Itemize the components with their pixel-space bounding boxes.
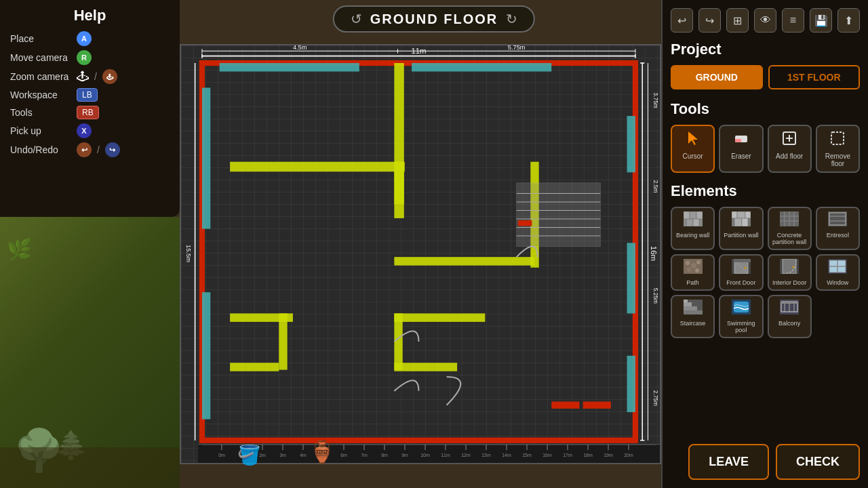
- svg-rect-199: [684, 300, 688, 302]
- svg-rect-88: [230, 363, 279, 371]
- element-window[interactable]: Window: [816, 254, 860, 291]
- svg-text:19m: 19m: [604, 453, 613, 458]
- key-undo: ↩: [77, 142, 92, 157]
- help-row-undoredo: Undo/Redo ↩ / ↪: [10, 142, 170, 157]
- svg-rect-165: [734, 218, 742, 226]
- bottom-buttons: LEAVE CHECK: [688, 444, 860, 480]
- svg-rect-163: [737, 211, 745, 218]
- top-bar: ↺ GROUND FLOOR ↻: [333, 5, 535, 33]
- svg-text:18m: 18m: [583, 453, 593, 458]
- svg-text:20m: 20m: [624, 453, 633, 458]
- help-row-place: Place A: [10, 31, 170, 46]
- key-zoom-r: 🕹: [102, 69, 117, 84]
- window-icon: [819, 259, 856, 278]
- svg-rect-78: [202, 87, 210, 228]
- svg-text:16m: 16m: [650, 246, 658, 261]
- svg-rect-100: [583, 401, 611, 408]
- help-panel: Help Place A Move camera R Zoom camera 🕹…: [0, 0, 180, 217]
- tool-cursor[interactable]: Cursor: [671, 125, 715, 173]
- redo-toolbar-icon[interactable]: ↪: [698, 8, 721, 33]
- svg-rect-98: [518, 220, 532, 226]
- tool-remove-floor[interactable]: Remove floor: [816, 125, 860, 173]
- help-row-zoom: Zoom camera 🕹 / 🕹: [10, 69, 170, 84]
- partition-wall-icon: [722, 211, 760, 230]
- view-toolbar-icon[interactable]: 👁: [754, 8, 776, 33]
- svg-rect-159: [686, 219, 693, 226]
- divider: /: [94, 71, 97, 82]
- help-row-pickup: Pick up X: [10, 123, 170, 138]
- svg-rect-164: [745, 211, 751, 218]
- floor-title: GROUND FLOOR: [370, 12, 498, 27]
- svg-text:12m: 12m: [461, 453, 471, 458]
- check-button[interactable]: CHECK: [776, 444, 860, 480]
- element-interior-door-label: Interior Door: [772, 279, 806, 286]
- element-staircase[interactable]: Staircase: [671, 295, 715, 338]
- svg-point-181: [687, 268, 691, 272]
- svg-point-179: [691, 263, 696, 268]
- element-front-door[interactable]: Front Door: [719, 254, 763, 291]
- leave-button[interactable]: LEAVE: [688, 444, 769, 480]
- tool-eraser[interactable]: Eraser: [719, 125, 763, 173]
- concrete-partition-wall-icon: [771, 211, 808, 230]
- tools-title: Tools: [671, 100, 860, 118]
- decorative-object2: 🏺: [309, 439, 336, 465]
- element-interior-door[interactable]: Interior Door: [768, 254, 812, 291]
- element-front-door-label: Front Door: [726, 279, 755, 286]
- ruler-bottom: 0m 1m 2m 3m 4m 5m 6m 7m 8m 9m 10m 11m 12…: [198, 444, 660, 463]
- key-lb: LB: [77, 88, 98, 102]
- export-toolbar-icon[interactable]: ⬆: [837, 8, 860, 33]
- svg-rect-160: [693, 219, 699, 226]
- svg-text:17m: 17m: [563, 453, 572, 458]
- elements-grid: Bearing wall Partition wall: [671, 207, 860, 338]
- svg-text:5.75m: 5.75m: [508, 45, 526, 51]
- svg-rect-86: [394, 363, 457, 371]
- element-balcony[interactable]: Balcony: [768, 295, 812, 338]
- svg-point-180: [696, 260, 701, 264]
- element-concrete-partition-wall[interactable]: Concrete partition wall: [768, 207, 812, 250]
- key-r: R: [77, 50, 92, 65]
- svg-rect-77: [412, 63, 551, 71]
- svg-rect-186: [734, 259, 751, 262]
- svg-rect-76: [220, 63, 359, 71]
- svg-text:2.75m: 2.75m: [652, 390, 658, 406]
- svg-text:0m: 0m: [218, 453, 225, 458]
- staircase-icon: [674, 300, 711, 319]
- key-a: A: [77, 31, 92, 46]
- grid-toolbar-icon[interactable]: ⊞: [726, 8, 749, 33]
- ground-floor-button[interactable]: GROUND: [671, 65, 763, 89]
- element-entresol[interactable]: Entresol: [816, 207, 860, 250]
- element-window-label: Window: [827, 279, 848, 286]
- element-swimming-pool-label: Swimming pool: [727, 320, 755, 333]
- element-partition-wall[interactable]: Partition wall: [719, 207, 763, 250]
- first-floor-button[interactable]: 1ST FLOOR: [768, 65, 861, 89]
- key-redo: ↪: [105, 142, 120, 157]
- svg-text:15m: 15m: [522, 453, 532, 458]
- save-toolbar-icon[interactable]: 💾: [810, 8, 832, 33]
- svg-point-187: [744, 267, 746, 269]
- element-path[interactable]: Path: [671, 254, 715, 291]
- tool-add-floor[interactable]: Add floor: [768, 125, 812, 173]
- svg-rect-102: [627, 243, 635, 313]
- undo-toolbar-icon[interactable]: ↩: [671, 8, 693, 33]
- svg-rect-103: [627, 356, 635, 412]
- element-bearing-wall[interactable]: Bearing wall: [671, 207, 715, 250]
- svg-rect-79: [202, 292, 210, 419]
- entresol-icon: [819, 211, 856, 230]
- help-label-workspace: Workspace: [10, 89, 71, 100]
- list-toolbar-icon[interactable]: ≡: [782, 8, 804, 33]
- svg-text:7m: 7m: [361, 453, 368, 458]
- svg-text:5.25m: 5.25m: [652, 288, 658, 304]
- svg-point-178: [686, 261, 690, 265]
- refresh-right-icon[interactable]: ↻: [506, 11, 517, 27]
- refresh-left-icon[interactable]: ↺: [351, 11, 362, 27]
- blueprint-area[interactable]: 11m 4.5m 5.75m 16m 3.75m 2.5m 5.25m 2.75…: [180, 44, 661, 464]
- svg-rect-157: [690, 211, 696, 219]
- element-swimming-pool[interactable]: Swimming pool: [719, 295, 763, 338]
- svg-text:10m: 10m: [420, 453, 430, 458]
- svg-text:9m: 9m: [401, 453, 408, 458]
- svg-rect-156: [684, 211, 690, 219]
- path-icon: [674, 259, 711, 278]
- project-title: Project: [671, 41, 860, 58]
- elements-title: Elements: [671, 182, 860, 200]
- svg-rect-207: [781, 301, 797, 304]
